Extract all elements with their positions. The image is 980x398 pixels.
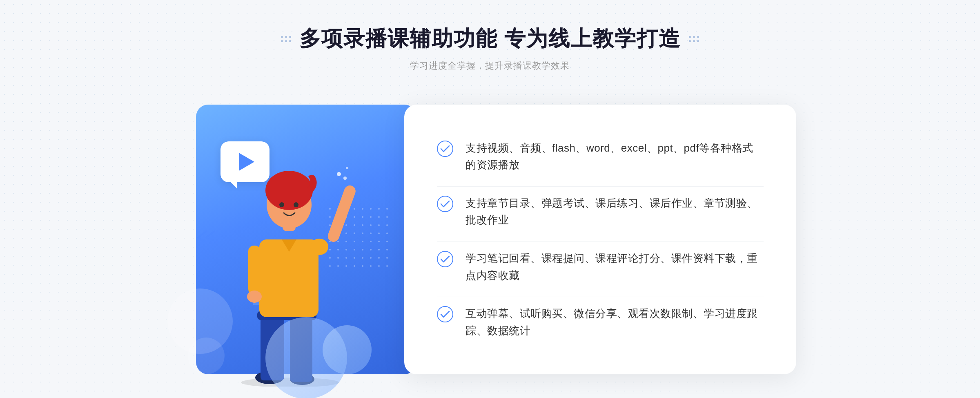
left-illustration-section — [184, 92, 421, 387]
page-subtitle: 学习进度全掌握，提升录播课教学效果 — [281, 60, 699, 72]
page-container: 多项录播课辅助功能 专为线上教学打造 学习进度全掌握，提升录播课教学效果 — [0, 0, 980, 398]
svg-point-10 — [310, 239, 328, 255]
svg-point-19 — [437, 141, 453, 157]
feature-item-3: 学习笔记回看、课程提问、课程评论打分、课件资料下载，重点内容收藏 — [437, 241, 764, 292]
right-content-section: 支持视频、音频、flash、word、excel、ppt、pdf等各种格式的资源… — [421, 92, 796, 387]
check-icon-4 — [437, 306, 453, 322]
features-card: 支持视频、音频、flash、word、excel、ppt、pdf等各种格式的资源… — [404, 105, 796, 374]
svg-point-17 — [346, 167, 348, 169]
feature-item-4: 互动弹幕、试听购买、微信分享、观看次数限制、学习进度跟踪、数据统计 — [437, 297, 764, 347]
header-section: 多项录播课辅助功能 专为线上教学打造 学习进度全掌握，提升录播课教学效果 — [281, 25, 699, 72]
check-icon-3 — [437, 251, 453, 267]
right-decorative-dots — [689, 36, 699, 42]
main-content-card: 支持视频、音频、flash、word、excel、ppt、pdf等各种格式的资源… — [184, 92, 796, 387]
svg-point-15 — [294, 202, 298, 207]
svg-point-18 — [343, 177, 347, 180]
bottom-circle-small — [323, 325, 372, 374]
svg-point-16 — [337, 172, 341, 176]
svg-point-22 — [437, 306, 453, 322]
feature-item-2: 支持章节目录、弹题考试、课后练习、课后作业、章节测验、批改作业 — [437, 186, 764, 237]
svg-point-20 — [437, 196, 453, 212]
svg-point-8 — [247, 291, 262, 303]
svg-point-13 — [265, 171, 313, 210]
feature-text-4: 互动弹幕、试听购买、微信分享、观看次数限制、学习进度跟踪、数据统计 — [466, 305, 764, 339]
feature-item-1: 支持视频、音频、flash、word、excel、ppt、pdf等各种格式的资源… — [437, 132, 764, 182]
feature-text-2: 支持章节目录、弹题考试、课后练习、课后作业、章节测验、批改作业 — [466, 195, 764, 229]
title-row: 多项录播课辅助功能 专为线上教学打造 — [281, 25, 699, 53]
page-title: 多项录播课辅助功能 专为线上教学打造 — [299, 25, 681, 53]
svg-rect-7 — [248, 246, 261, 295]
feature-text-1: 支持视频、音频、flash、word、excel、ppt、pdf等各种格式的资源… — [466, 140, 764, 174]
svg-point-14 — [279, 202, 284, 207]
svg-point-21 — [437, 251, 453, 267]
check-icon-2 — [437, 196, 453, 212]
left-decorative-dots — [281, 36, 291, 42]
left-chevrons — [196, 229, 216, 250]
svg-rect-9 — [326, 184, 357, 244]
check-icon-1 — [437, 141, 453, 157]
feature-text-3: 学习笔记回看、课程提问、课程评论打分、课件资料下载，重点内容收藏 — [466, 250, 764, 284]
